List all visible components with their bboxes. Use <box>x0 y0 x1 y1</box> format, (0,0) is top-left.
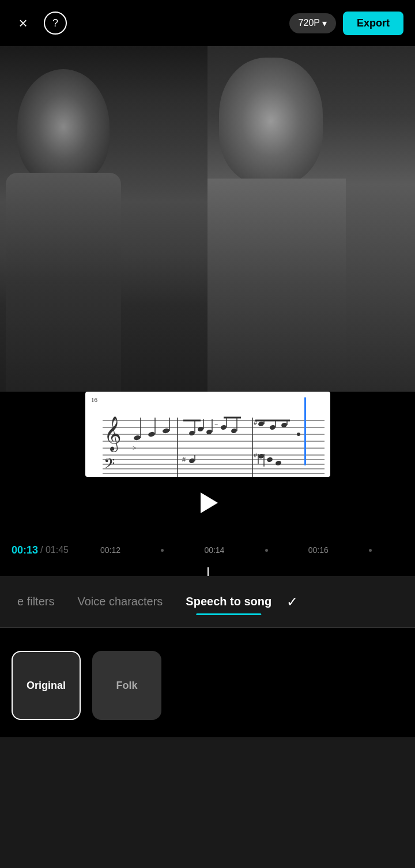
svg-point-29 <box>220 424 227 430</box>
close-button[interactable]: × <box>12 12 35 35</box>
option-folk[interactable]: Folk <box>92 651 161 720</box>
person-left-image <box>0 46 207 392</box>
timeline: 00:13 / 01:45 00:12 00:14 00:16 <box>0 530 415 570</box>
timeline-dot-3 <box>369 549 372 552</box>
play-icon <box>201 492 218 513</box>
tab-filters-label: e filters <box>17 595 54 608</box>
option-original[interactable]: Original <box>12 651 81 720</box>
svg-point-21 <box>188 430 195 436</box>
timeline-dot-2 <box>265 549 268 552</box>
option-original-label: Original <box>27 680 66 692</box>
options-area: Original Folk <box>0 634 415 737</box>
checkmark-icon: ✓ <box>286 594 298 610</box>
svg-point-18 <box>162 428 170 434</box>
timeline-dot-1 <box>161 549 164 552</box>
header: × ? 720P ▾ Export <box>0 0 415 46</box>
tab-voice-characters-label: Voice characters <box>77 595 163 608</box>
video-left <box>0 46 207 392</box>
svg-point-46 <box>258 453 265 459</box>
svg-point-51 <box>297 433 300 436</box>
current-time: 00:13 <box>12 544 38 556</box>
header-right: 720P ▾ Export <box>289 12 403 35</box>
svg-text:𝄞: 𝄞 <box>104 416 122 453</box>
svg-point-48 <box>275 460 282 466</box>
bottom-area <box>0 737 415 868</box>
tab-speech-to-song-label: Speech to song <box>186 595 271 608</box>
option-folk-label: Folk <box>116 680 137 692</box>
time-mark-2: 00:14 <box>204 545 224 555</box>
svg-point-16 <box>148 431 156 438</box>
time-mark-1: 00:12 <box>100 545 120 555</box>
playback-cursor <box>304 397 306 465</box>
svg-text:#: # <box>182 456 186 463</box>
total-time: / 01:45 <box>40 545 69 555</box>
timeline-track[interactable]: 00:12 00:14 00:16 <box>69 545 403 555</box>
svg-text:#: # <box>254 452 258 458</box>
svg-text:𝄢: 𝄢 <box>104 456 115 475</box>
play-button[interactable] <box>193 488 222 517</box>
svg-text:‾: ‾ <box>214 423 218 432</box>
tab-bar: e filters Voice characters Speech to son… <box>0 576 415 628</box>
person-right-image <box>207 46 415 392</box>
svg-point-47 <box>266 457 273 463</box>
video-area <box>0 46 415 392</box>
svg-point-14 <box>133 435 141 441</box>
svg-point-38 <box>258 421 265 427</box>
chevron-down-icon: ▾ <box>322 18 327 29</box>
help-button[interactable]: ? <box>44 12 67 35</box>
svg-point-31 <box>231 428 237 434</box>
staff-svg: 𝄞 𝄢 > ‾ <box>85 392 330 477</box>
tab-speech-to-song[interactable]: Speech to song <box>174 589 283 614</box>
close-icon: × <box>18 16 27 31</box>
music-inner: 16 𝄞 𝄢 <box>85 392 330 477</box>
export-button[interactable]: Export <box>343 12 403 35</box>
svg-point-24 <box>197 426 204 432</box>
quality-label: 720P <box>299 18 320 28</box>
svg-text:>: > <box>133 444 137 452</box>
svg-point-35 <box>188 458 195 464</box>
tab-voice-characters[interactable]: Voice characters <box>66 589 174 614</box>
video-right <box>207 46 415 392</box>
music-sheet: 16 𝄞 𝄢 <box>85 392 330 477</box>
tab-filters[interactable]: e filters <box>6 589 66 614</box>
svg-point-40 <box>269 424 276 430</box>
quality-button[interactable]: 720P ▾ <box>289 13 336 33</box>
time-mark-3: 00:16 <box>308 545 329 555</box>
help-icon: ? <box>52 17 58 29</box>
